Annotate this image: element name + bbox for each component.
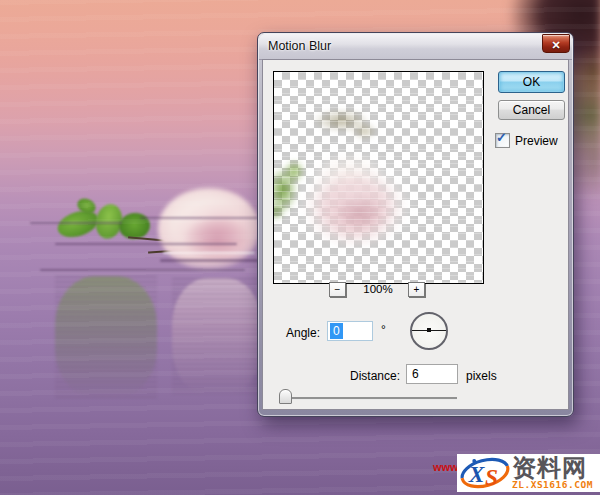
water-ripple (40, 269, 245, 271)
cancel-button[interactable]: Cancel (498, 100, 565, 120)
distance-value: 6 (412, 367, 419, 381)
screen: Motion Blur ✕ OK Cancel ✓ Preview − 100%… (0, 0, 600, 495)
leaves-water-reflection (55, 276, 157, 398)
logo-letter-s: S (485, 464, 498, 490)
distance-label: Distance: (350, 369, 400, 383)
angle-unit: ° (381, 323, 386, 337)
watermark-logo-box: X S 资料网 ZL.XS1616.COM (457, 454, 600, 492)
dialog-title: Motion Blur (268, 39, 331, 53)
rose-water-reflection (172, 278, 262, 394)
logo-letter-x: X (468, 461, 486, 487)
rose-leaf (75, 196, 98, 217)
rose-stem (148, 246, 222, 253)
rose-leaf (93, 202, 126, 242)
close-icon: ✕ (551, 39, 560, 51)
angle-input[interactable]: 0 (327, 321, 373, 341)
zoom-level: 100% (356, 283, 400, 295)
preview-toggle[interactable]: ✓ Preview (495, 133, 558, 148)
preview-checkbox[interactable]: ✓ (495, 133, 510, 148)
rose-stem (128, 236, 190, 243)
close-button[interactable]: ✕ (542, 34, 570, 53)
watermark-site-url: ZL.XS1616.COM (512, 479, 593, 490)
distance-slider-track[interactable] (285, 397, 457, 399)
distance-input[interactable]: 6 (406, 364, 458, 384)
motion-blur-dialog: Motion Blur ✕ OK Cancel ✓ Preview − 100%… (257, 32, 574, 417)
rose-leaf (117, 211, 151, 241)
water-ripple-highlight (163, 252, 255, 254)
water-ripple (160, 259, 260, 262)
watermark-text: 资料网 ZL.XS1616.COM (512, 456, 593, 490)
rose-leaf (54, 206, 101, 242)
zoom-in-button[interactable]: + (408, 282, 425, 297)
water-ripple (30, 222, 122, 224)
ok-button[interactable]: OK (498, 71, 565, 93)
motion-blur-streaks (274, 72, 483, 283)
rose-flower (158, 188, 260, 270)
check-icon: ✓ (496, 130, 507, 145)
distance-slider-thumb[interactable] (279, 389, 292, 404)
preview-well[interactable] (273, 71, 484, 284)
water-ripple (55, 243, 237, 245)
water-ripple (140, 217, 258, 219)
dialog-titlebar[interactable]: Motion Blur ✕ (259, 34, 572, 60)
preview-label: Preview (515, 134, 558, 148)
angle-label: Angle: (286, 326, 320, 340)
xs-logo-icon: X S (458, 454, 512, 492)
angle-value: 0 (330, 323, 343, 339)
dial-center-dot (427, 328, 431, 332)
watermark-site-name: 资料网 (512, 456, 593, 479)
angle-dial[interactable] (410, 312, 448, 350)
zoom-out-button[interactable]: − (329, 282, 346, 297)
distance-unit: pixels (466, 369, 497, 383)
